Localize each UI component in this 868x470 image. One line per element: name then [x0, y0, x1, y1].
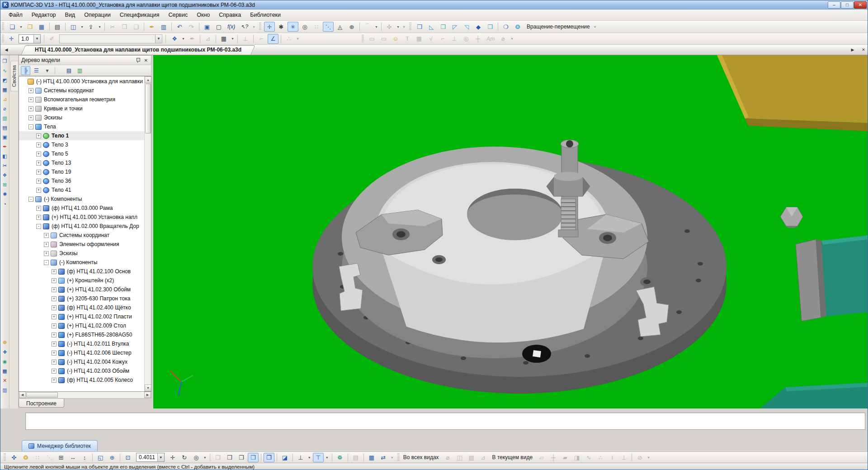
tree-expander[interactable]: - [36, 224, 41, 229]
panel-surfaces[interactable]: ◩ [1, 76, 9, 84]
menu-file[interactable]: Файл [4, 10, 27, 20]
tree-item[interactable]: - (-) Компоненты [19, 195, 144, 204]
fit-view-button[interactable]: ⊞ [56, 453, 66, 462]
hide-cs2-button[interactable]: ⊥ [618, 453, 629, 462]
tree-composition-dropdown[interactable]: ▾ [42, 66, 52, 75]
tree-expander[interactable]: + [36, 188, 41, 193]
hex-bolt[interactable] [780, 207, 803, 228]
dimension-button[interactable]: ⌀ [498, 34, 509, 44]
tolerance-frame-button[interactable]: ◎ [461, 34, 472, 44]
tree-item[interactable]: + Тело 36 [19, 176, 144, 185]
send-dropdown[interactable]: ▾ [97, 22, 102, 32]
text-button[interactable]: Т [402, 34, 413, 44]
orientation-list-button[interactable]: ◎ [191, 453, 202, 462]
redo-button[interactable]: ↷ [186, 22, 197, 32]
rotate-view-button[interactable]: ↻ [179, 453, 190, 462]
tree-expander[interactable]: + [36, 133, 41, 138]
tree-item[interactable]: + (+) 3205-630 Патрон тока [19, 294, 144, 303]
tree-expander[interactable]: + [36, 206, 41, 211]
hide-dimensions-button[interactable]: ⌀ [443, 453, 453, 462]
hide-curves-button[interactable]: ∿ [583, 453, 594, 462]
tree-expander[interactable]: + [44, 251, 49, 256]
snap-grid-button[interactable]: ∷ [311, 22, 322, 32]
angle-snap-button[interactable]: ⊿ [203, 34, 213, 44]
separator[interactable] [259, 453, 263, 462]
tree-expander[interactable]: + [52, 351, 57, 356]
separator[interactable] [279, 34, 283, 44]
tree-expander[interactable]: - [28, 197, 33, 202]
toolbar-grip[interactable] [397, 453, 400, 461]
tree-item[interactable]: + (-) НТЦ 41.02.003 Обойм [19, 366, 144, 375]
menu-operations[interactable]: Операции [80, 10, 115, 20]
tree-vertical-scrollbar[interactable]: ▲ ▼ [144, 76, 151, 391]
separator[interactable] [118, 453, 122, 462]
separator[interactable] [252, 34, 255, 44]
panel-properties[interactable]: ▥ [1, 386, 9, 394]
wireframe-button[interactable]: ❒ [212, 453, 223, 462]
rotate-mode-button[interactable]: ❂ [512, 22, 523, 32]
grid-dropdown[interactable]: ▾ [230, 34, 235, 44]
tree-item[interactable]: + Эскизы [19, 113, 144, 122]
orientation-list-dropdown[interactable]: ▾ [203, 453, 208, 462]
frame2-button[interactable]: ▭ [378, 34, 389, 44]
toolbar-grip[interactable] [362, 35, 364, 43]
separator[interactable] [53, 66, 63, 75]
separator[interactable] [330, 453, 334, 462]
right-bracket[interactable] [796, 235, 868, 321]
bottom-right-teal-plate[interactable] [760, 383, 868, 408]
panel-constraints[interactable]: ⊞ [1, 181, 9, 189]
menu-window[interactable]: Окно [192, 10, 214, 20]
tab-library-manager[interactable]: Менеджер библиотек [22, 440, 98, 451]
separator[interactable] [291, 453, 294, 462]
mustard-plate[interactable] [717, 55, 868, 131]
tree-item[interactable]: + Тело 41 [19, 185, 144, 195]
panel-delete[interactable]: ✕ [1, 377, 9, 385]
hide-surfaces-button[interactable]: ◨ [571, 453, 582, 462]
tree-item[interactable]: + (ф) НТЦ 41.02.400 Щётко [19, 303, 144, 312]
tree-expander[interactable]: + [28, 115, 33, 120]
orientation-button[interactable]: ❍ [500, 22, 511, 32]
tree-expander[interactable]: + [52, 314, 57, 319]
view-left-button[interactable]: ◹ [461, 22, 472, 32]
thin-hidden-lines-button[interactable]: ❒ [236, 453, 247, 462]
round-values-button[interactable]: ⌐ [256, 34, 267, 44]
toolbar-overflow[interactable]: ˅ [390, 453, 395, 462]
tree-item[interactable]: + (ф) НТЦ 41.02.100 Основ [19, 267, 144, 276]
toolbar-grip[interactable] [4, 453, 6, 461]
scroll-thumb[interactable] [145, 84, 151, 133]
tree-item[interactable]: + (+) НТЦ 41.01.000 Установка напл [19, 213, 144, 222]
tree-expander[interactable]: + [36, 161, 41, 166]
copy-properties-button[interactable]: ✒ [146, 22, 157, 32]
tree-item[interactable]: - Тела [19, 122, 144, 131]
tree-report-button[interactable]: ▤ [64, 66, 74, 75]
snap-angle-button[interactable]: ◬ [335, 22, 345, 32]
tree-item[interactable]: + Кривые и точки [19, 104, 144, 113]
tree-item[interactable]: + Тело 13 [19, 158, 144, 167]
print-button[interactable]: ▤ [52, 22, 63, 32]
messages-window-button[interactable]: ▢ [213, 22, 224, 32]
panel-design-elements[interactable]: ✒ [1, 143, 9, 151]
panel-measure[interactable]: ⌀ [1, 105, 9, 113]
layer-combo[interactable]: ▼ [59, 34, 162, 43]
rounding-button[interactable]: ⌒ [362, 22, 373, 32]
tree-expander[interactable]: + [28, 88, 33, 93]
panel-sheet-metal[interactable]: ◧ [1, 152, 9, 160]
title-bar[interactable]: K КОМПАС-3D V13 - НТЦ 41.00.000_Установк… [0, 0, 868, 9]
tree-composition-button[interactable]: ☰ [32, 66, 41, 75]
maximize-button[interactable]: □ [841, 1, 854, 9]
cut-button[interactable]: ✂ [107, 22, 118, 32]
separator[interactable] [208, 453, 212, 462]
tree-expander[interactable]: + [52, 305, 57, 310]
new-document-button[interactable]: ❏ [7, 22, 18, 32]
panel-arrays[interactable]: ▦ [1, 86, 9, 94]
toolbar-overflow[interactable]: ˅ [593, 22, 598, 32]
tree-item[interactable]: + Элементы оформления [19, 240, 144, 249]
panel-space-curves[interactable]: ∿ [1, 67, 9, 75]
copy-button[interactable]: ❐ [119, 22, 130, 32]
local-cs-button[interactable]: ❖ [169, 34, 180, 44]
model-scene[interactable] [153, 55, 868, 408]
hide-cs-button[interactable]: ⊿ [478, 453, 489, 462]
hide-planes-button[interactable]: ▱ [536, 453, 547, 462]
snap-center-button[interactable]: ◎ [299, 22, 310, 32]
toolbar-grip[interactable] [2, 35, 4, 43]
